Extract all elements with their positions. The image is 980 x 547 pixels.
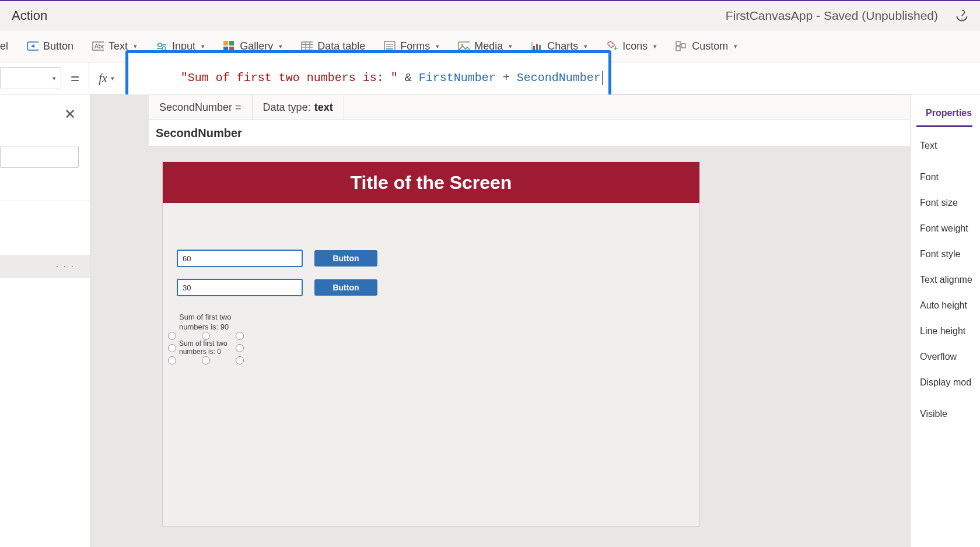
prop-line-height[interactable]: Line height bbox=[911, 318, 980, 344]
ribbon-prev-partial[interactable]: el bbox=[0, 40, 18, 52]
text-input-2[interactable]: 30 bbox=[177, 279, 303, 296]
help-icon[interactable] bbox=[954, 8, 970, 23]
svg-text:+: + bbox=[614, 44, 618, 51]
more-icon[interactable]: · · · bbox=[56, 261, 75, 272]
result-label-2-text: Sum of first two numbers is: 0 bbox=[179, 339, 233, 356]
button-2[interactable]: Button bbox=[314, 279, 377, 296]
svg-rect-9 bbox=[229, 41, 234, 45]
chevron-down-icon: ▾ bbox=[134, 43, 137, 50]
properties-tab[interactable]: Properties bbox=[916, 100, 972, 127]
prop-font-style[interactable]: Font style bbox=[911, 241, 980, 267]
prop-auto-height[interactable]: Auto height bbox=[911, 293, 980, 318]
prop-visible[interactable]: Visible bbox=[911, 401, 980, 427]
svg-point-0 bbox=[961, 18, 963, 19]
resize-handle[interactable] bbox=[236, 356, 244, 364]
close-icon[interactable]: ✕ bbox=[64, 106, 76, 122]
chevron-down-icon: ▾ bbox=[279, 43, 282, 50]
tree-item-selected[interactable]: · · · bbox=[0, 255, 90, 278]
ribbon-custom[interactable]: Custom▾ bbox=[666, 40, 747, 52]
text-input-1[interactable]: 60 bbox=[177, 250, 303, 267]
text-icon: Abc bbox=[92, 40, 104, 52]
prop-font-size[interactable]: Font size bbox=[911, 190, 980, 216]
resize-handle[interactable] bbox=[236, 332, 244, 340]
svg-rect-28 bbox=[676, 41, 680, 45]
custom-icon bbox=[676, 40, 687, 52]
prop-display-mode[interactable]: Display mod bbox=[911, 370, 980, 395]
chevron-down-icon: ▾ bbox=[436, 43, 439, 50]
intellisense-datatype: Data type: text bbox=[253, 95, 344, 120]
canvas-area: SecondNumber = Data type: text SecondNum… bbox=[90, 94, 910, 547]
prop-text-alignment[interactable]: Text alignme bbox=[911, 267, 980, 293]
intellisense-current: SecondNumber = bbox=[149, 95, 253, 120]
prop-text[interactable]: Text bbox=[911, 133, 980, 159]
resize-handle[interactable] bbox=[236, 344, 244, 352]
prop-font-weight[interactable]: Font weight bbox=[911, 216, 980, 241]
button-1[interactable]: Button bbox=[314, 250, 377, 267]
property-selector[interactable]: ▾ bbox=[0, 67, 61, 89]
chevron-down-icon: ▾ bbox=[653, 43, 657, 50]
svg-rect-24 bbox=[533, 46, 535, 50]
properties-panel: Properties Text Font Font size Font weig… bbox=[910, 94, 980, 547]
chevron-down-icon: ▾ bbox=[52, 75, 56, 82]
svg-rect-30 bbox=[681, 44, 685, 48]
svg-rect-26 bbox=[539, 45, 541, 50]
intellisense-suggestion[interactable]: SecondNumber bbox=[149, 120, 910, 147]
intellisense-info-bar: SecondNumber = Data type: text bbox=[149, 94, 910, 120]
screen-title-label[interactable]: Title of the Screen bbox=[163, 162, 699, 203]
title-bar: Action FirstCanvasApp - Saved (Unpublish… bbox=[0, 1, 980, 30]
prop-overflow[interactable]: Overflow bbox=[911, 344, 980, 370]
chevron-down-icon: ▾ bbox=[201, 43, 205, 50]
screen-canvas[interactable]: Title of the Screen 60 Button 30 Button … bbox=[163, 162, 699, 526]
result-label-1[interactable]: Sum of first two numbers is: 90 bbox=[179, 313, 249, 332]
svg-rect-25 bbox=[536, 44, 538, 50]
result-label-2-selected[interactable]: Sum of first two numbers is: 0 bbox=[172, 336, 240, 360]
chevron-down-icon: ▾ bbox=[584, 43, 587, 50]
chevron-down-icon: ▾ bbox=[509, 43, 512, 50]
app-status: FirstCanvasApp - Saved (Unpublished) bbox=[726, 9, 938, 23]
resize-handle[interactable] bbox=[168, 356, 176, 364]
button-icon bbox=[27, 40, 38, 52]
prop-font[interactable]: Font bbox=[911, 164, 980, 190]
resize-handle[interactable] bbox=[202, 356, 210, 364]
chevron-down-icon: ▾ bbox=[111, 75, 114, 82]
svg-rect-12 bbox=[302, 42, 313, 50]
ribbon-tab-action[interactable]: Action bbox=[0, 8, 59, 23]
chevron-down-icon: ▾ bbox=[734, 43, 737, 50]
tree-search-input[interactable] bbox=[0, 146, 79, 168]
equals-sign: = bbox=[61, 69, 89, 87]
resize-handle[interactable] bbox=[168, 344, 176, 352]
tree-view-panel: ✕ · · · bbox=[0, 94, 90, 547]
fx-button[interactable]: fx▾ bbox=[89, 62, 124, 94]
svg-rect-8 bbox=[223, 41, 228, 45]
ribbon-button[interactable]: Button bbox=[18, 40, 83, 52]
svg-point-5 bbox=[158, 43, 162, 47]
svg-text:Abc: Abc bbox=[94, 43, 104, 50]
formula-bar: ▾ = fx▾ "Sum of first two numbers is: " … bbox=[0, 62, 980, 94]
resize-handle[interactable] bbox=[168, 332, 176, 340]
resize-handle[interactable] bbox=[202, 332, 210, 340]
svg-rect-29 bbox=[676, 47, 680, 51]
